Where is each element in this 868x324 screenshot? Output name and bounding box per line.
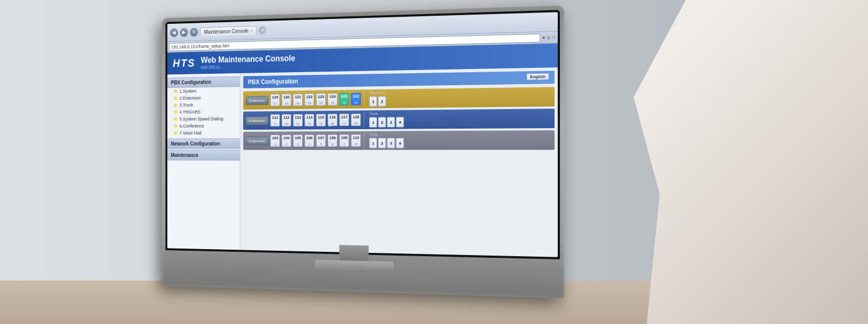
extension-btn-3[interactable]: Extension: [246, 136, 269, 145]
num-box-119[interactable]: 11917: [270, 94, 279, 106]
monitor-bezel: ◀ ▶ ↻ Maintenance Console × +: [165, 10, 560, 259]
sidebar-label-voicemail: 7.Voice Mail: [180, 130, 202, 135]
sidebar: PBX Configuration 📁 1.System 📁 2.Extensi…: [167, 73, 240, 250]
sidebar-label-conference: 6.Conference: [180, 123, 204, 128]
num-box-116[interactable]: 11619: [328, 114, 337, 126]
num-box-105[interactable]: 1053: [293, 135, 303, 147]
num-box-123[interactable]: 12321: [316, 93, 326, 106]
trunk-label-1: Trunk: [369, 112, 404, 116]
tab-close-button[interactable]: ×: [251, 28, 253, 33]
trunk1-btn-1[interactable]: 1: [369, 117, 378, 128]
star-icon: ★: [541, 35, 545, 40]
forward-icon: ▶: [182, 29, 186, 35]
trunk2-btn-3[interactable]: 3: [387, 138, 395, 148]
tel-btn-1[interactable]: 1: [369, 96, 378, 106]
folder-icon-trs: 📁: [174, 110, 178, 115]
hts-logo: HTS: [173, 56, 195, 70]
main-content: PBX Configuration 📁 1.System 📁 2.Extensi…: [167, 67, 558, 257]
english-button[interactable]: English: [526, 73, 549, 80]
folder-icon-system: 📁: [174, 89, 178, 93]
num-box-122[interactable]: 12220: [305, 93, 315, 106]
num-box-112[interactable]: 11210: [282, 114, 291, 126]
monitor-base: [315, 260, 393, 271]
folder-icon-conference: 📁: [174, 124, 178, 128]
forward-button[interactable]: ▶: [180, 28, 188, 37]
num-box-104[interactable]: 1042: [282, 135, 291, 147]
sidebar-maintenance-header[interactable]: Maintenance: [167, 150, 240, 161]
num-box-111[interactable]: 1119: [270, 115, 279, 127]
num-box-115[interactable]: 11513: [316, 114, 326, 126]
sidebar-label-trs: 4.TRS/ARS: [180, 110, 201, 115]
trunk2-btn-2[interactable]: 2: [378, 138, 386, 148]
num-box-101[interactable]: 10126: [340, 93, 349, 105]
monitor-screen: ◀ ▶ ↻ Maintenance Console × +: [167, 12, 558, 257]
trunk-section-1: Trunk 1 2 3 4: [369, 112, 404, 128]
trunk1-btn-2[interactable]: 2: [378, 117, 386, 128]
sidebar-label-speed-dial: 5.System Speed Dialing: [180, 116, 224, 122]
fav-icon: ☆: [552, 35, 556, 40]
folder-icon-speed-dial: 📁: [174, 117, 178, 121]
num-box-124[interactable]: 12422: [328, 93, 337, 106]
browser-icons: ★ Q ☆: [541, 35, 556, 40]
num-box-118[interactable]: 11818: [351, 113, 361, 126]
extension-btn-1[interactable]: Extension: [246, 96, 269, 105]
num-box-114[interactable]: 11412: [305, 114, 315, 126]
refresh-icon: ↻: [192, 29, 196, 35]
new-tab-button[interactable]: +: [259, 26, 266, 34]
right-panel: English PBX Configuration Extension 1191…: [240, 67, 558, 257]
num-box-109[interactable]: 1097: [340, 135, 349, 147]
trunk1-btn-3[interactable]: 3: [387, 117, 395, 127]
folder-icon-trunk: 📁: [174, 103, 178, 107]
sidebar-network-config-header[interactable]: Network Configuration: [167, 138, 240, 149]
num-box-110[interactable]: 1108: [351, 134, 361, 147]
num-box-106[interactable]: 1064: [305, 135, 315, 147]
search-icon: Q: [547, 35, 550, 40]
trunk-section-2: Trunk 1 2 3 4: [369, 132, 404, 148]
folder-icon-voicemail: 📁: [174, 131, 178, 135]
back-button[interactable]: ◀: [170, 28, 178, 37]
sidebar-item-voicemail[interactable]: 📁 7.Voice Mail: [167, 129, 240, 137]
divider-1: [364, 91, 365, 107]
trunk-btns-1: 1 2 3 4: [369, 117, 404, 128]
folder-icon-extension: 📁: [174, 96, 178, 100]
back-icon: ◀: [173, 30, 176, 35]
telephone-section: Telephone 1 2: [369, 91, 386, 106]
sidebar-item-conference[interactable]: 📁 6.Conference: [167, 122, 240, 130]
config-grid: Extension 11917 12018 12119 12220 12321 …: [243, 87, 554, 150]
telephone-btns: 1 2: [369, 96, 386, 107]
num-box-103[interactable]: 1031: [270, 135, 279, 147]
trunk-label-2: Trunk: [369, 132, 404, 136]
trunk2-btn-1[interactable]: 1: [369, 138, 378, 148]
sidebar-label-extension: 2.Extension: [180, 96, 201, 101]
num-box-113[interactable]: 11311: [293, 114, 303, 126]
sidebar-item-speed-dial[interactable]: 📁 5.System Speed Dialing: [167, 115, 240, 123]
config-row-3: Extension 1031 1042 1053 1064 1075 1086 …: [243, 130, 554, 150]
tab-title: Maintenance Console: [204, 28, 248, 35]
trunk1-btn-4[interactable]: 4: [396, 117, 404, 127]
num-box-108[interactable]: 1086: [328, 135, 337, 147]
divider-3: [364, 133, 365, 149]
num-box-120[interactable]: 12018: [282, 94, 291, 106]
refresh-button[interactable]: ↻: [190, 27, 198, 36]
divider-2: [364, 112, 365, 128]
address-text: 192.168.0.101/frame_setup.htm: [171, 43, 229, 49]
sidebar-pbx-config-header[interactable]: PBX Configuration: [167, 77, 240, 88]
panel-header: English PBX Configuration: [243, 71, 554, 88]
extension-btn-2[interactable]: Extension: [246, 116, 269, 125]
num-box-102[interactable]: 10228: [351, 93, 361, 105]
browser-tab-active[interactable]: Maintenance Console ×: [200, 26, 257, 36]
panel-title: PBX Configuration: [248, 78, 298, 86]
sidebar-label-system: 1.System: [180, 88, 196, 94]
num-box-107[interactable]: 1075: [316, 135, 326, 147]
config-row-1: Extension 11917 12018 12119 12220 12321 …: [243, 87, 554, 110]
num-box-117[interactable]: 11717: [340, 113, 349, 126]
tel-btn-2[interactable]: 2: [378, 96, 386, 106]
hts-title-block: Web Maintenance Console 000.00211: [201, 54, 295, 70]
trunk-btns-2: 1 2 3 4: [369, 138, 404, 148]
monitor-outer: ◀ ▶ ↻ Maintenance Console × +: [162, 5, 564, 298]
trunk2-btn-4[interactable]: 4: [396, 138, 404, 148]
sidebar-item-trs[interactable]: 📁 4.TRS/ARS: [167, 108, 240, 116]
sidebar-item-trunk[interactable]: 📁 3.Trunk: [167, 101, 240, 109]
num-box-121[interactable]: 12119: [293, 93, 303, 106]
telephone-label: Telephone: [369, 91, 386, 94]
